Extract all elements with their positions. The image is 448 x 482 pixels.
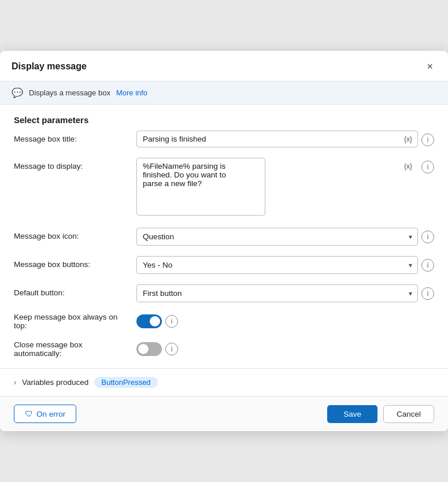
section-title: Select parameters <box>0 105 448 131</box>
message-box-buttons-label: Message box buttons: <box>14 256 129 269</box>
default-button-label: Default button: <box>14 284 129 297</box>
message-box-buttons-select-wrap: Yes - No OK OK - Cancel Abort - Retry - … <box>136 256 418 274</box>
dialog-header: Display message × <box>0 51 448 81</box>
default-button-select[interactable]: First button Second button Third button <box>136 284 418 302</box>
close-button[interactable]: × <box>423 60 436 73</box>
keep-on-top-info-icon[interactable]: i <box>165 315 178 328</box>
variables-label: Variables produced <box>22 378 88 387</box>
info-bar-text: Displays a message box <box>29 88 110 97</box>
message-box-title-input[interactable] <box>136 131 418 147</box>
button-pressed-badge: ButtonPressed <box>94 377 157 388</box>
message-to-display-textarea-container: %FileName% parsing is finished. Do you w… <box>136 158 418 217</box>
message-to-display-row: Message to display: %FileName% parsing i… <box>14 158 434 217</box>
close-automatically-row: Close message box automatically: i <box>14 340 434 358</box>
message-box-buttons-row: Message box buttons: Yes - No OK OK - Ca… <box>14 256 434 274</box>
keep-on-top-toggle[interactable] <box>136 314 162 328</box>
message-box-title-label: Message box title: <box>14 131 129 143</box>
default-button-select-wrap: First button Second button Third button … <box>136 284 418 302</box>
message-box-icon-info-icon[interactable]: i <box>421 231 434 243</box>
on-error-button[interactable]: 🛡 On error <box>14 405 76 423</box>
variables-row: › Variables produced ButtonPressed <box>0 368 448 396</box>
message-box-title-input-container: {x} <box>136 131 418 147</box>
message-box-buttons-info-icon[interactable]: i <box>421 259 434 272</box>
message-to-display-control: %FileName% parsing is finished. Do you w… <box>136 158 434 217</box>
info-bar: 💬 Displays a message box More info <box>0 81 448 105</box>
default-button-row: Default button: First button Second butt… <box>14 284 434 302</box>
keep-on-top-control: i <box>136 314 434 328</box>
message-box-title-var-btn[interactable]: {x} <box>402 134 414 144</box>
message-box-title-row: Message box title: {x} i <box>14 131 434 147</box>
close-automatically-toggle[interactable] <box>136 342 162 356</box>
default-button-info-icon[interactable]: i <box>421 287 434 300</box>
keep-on-top-row: Keep message box always on top: i <box>14 313 434 330</box>
dialog-title: Display message <box>12 61 87 72</box>
comment-icon: 💬 <box>12 87 23 98</box>
message-box-icon-label: Message box icon: <box>14 228 129 240</box>
footer-right: Save Cancel <box>327 405 434 423</box>
close-automatically-thumb <box>138 344 149 354</box>
message-box-title-info-icon[interactable]: i <box>421 134 434 146</box>
more-info-link[interactable]: More info <box>116 88 147 97</box>
close-automatically-info-icon[interactable]: i <box>165 343 178 355</box>
close-automatically-control: i <box>136 342 434 356</box>
message-box-icon-control: Question Information Warning Error ▾ i <box>136 228 434 246</box>
keep-on-top-thumb <box>150 316 160 327</box>
message-box-icon-select[interactable]: Question Information Warning Error <box>136 228 418 246</box>
message-box-icon-row: Message box icon: Question Information W… <box>14 228 434 246</box>
message-to-display-var-btn[interactable]: {x} <box>402 161 414 172</box>
message-to-display-info-icon[interactable]: i <box>421 161 434 173</box>
cancel-button[interactable]: Cancel <box>383 405 434 423</box>
dialog-footer: 🛡 On error Save Cancel <box>0 396 448 431</box>
form-body: Message box title: {x} i Message to disp… <box>0 131 448 358</box>
message-box-buttons-control: Yes - No OK OK - Cancel Abort - Retry - … <box>136 256 434 274</box>
on-error-label: On error <box>36 410 65 418</box>
default-button-control: First button Second button Third button … <box>136 284 434 302</box>
variables-chevron-icon[interactable]: › <box>14 379 16 387</box>
display-message-dialog: Display message × 💬 Displays a message b… <box>0 51 448 431</box>
message-to-display-label: Message to display: <box>14 158 129 170</box>
message-to-display-input[interactable]: %FileName% parsing is finished. Do you w… <box>136 158 265 216</box>
save-button[interactable]: Save <box>327 405 377 423</box>
shield-icon: 🛡 <box>25 409 33 418</box>
close-automatically-label: Close message box automatically: <box>14 340 129 358</box>
message-box-buttons-select[interactable]: Yes - No OK OK - Cancel Abort - Retry - … <box>136 256 418 274</box>
keep-on-top-label: Keep message box always on top: <box>14 313 129 330</box>
message-box-icon-select-wrap: Question Information Warning Error ▾ <box>136 228 418 246</box>
message-box-title-control: {x} i <box>136 131 434 147</box>
